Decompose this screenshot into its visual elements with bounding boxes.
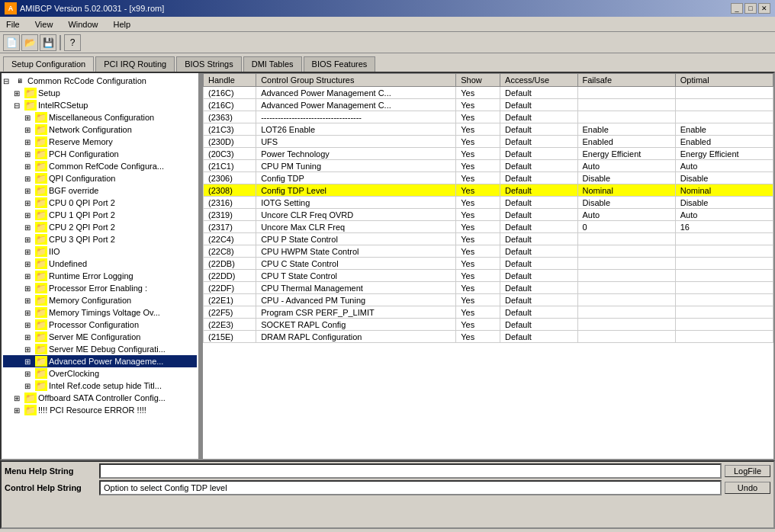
table-row[interactable]: (2308)Config TDP LevelYesDefaultNominalN… — [204, 184, 773, 197]
table-row[interactable]: (216C)Advanced Power Management C...YesD… — [204, 87, 773, 99]
tree-toggle-misc[interactable]: ⊞ — [24, 114, 35, 122]
tree-item-memory_timings[interactable]: ⊞📁Memory Timings Voltage Ov... — [3, 306, 197, 319]
open-button[interactable]: 📂 — [21, 34, 38, 51]
table-row[interactable]: (22C8)CPU HWPM State ControlYesDefault — [204, 245, 773, 258]
table-row[interactable]: (22DB)CPU C State ControlYesDefault — [204, 258, 773, 270]
tree-toggle-cpu0qpi[interactable]: ⊞ — [24, 199, 35, 207]
table-row[interactable]: (22E3)SOCKET RAPL ConfigYesDefault — [204, 319, 773, 331]
new-button[interactable]: 📄 — [3, 34, 20, 51]
close-button[interactable]: ✕ — [758, 3, 770, 14]
tree-toggle-pch[interactable]: ⊞ — [24, 150, 35, 159]
maximize-button[interactable]: □ — [744, 3, 757, 14]
table-row[interactable]: (2317)Uncore Max CLR FreqYesDefault016 — [204, 221, 773, 233]
table-row[interactable]: (22E1)CPU - Advanced PM TuningYesDefault — [204, 294, 773, 306]
table-row[interactable]: (2316)IOTG SettingYesDefaultDisableDisab… — [204, 197, 773, 209]
tree-item-bgf[interactable]: ⊞📁BGF override — [3, 184, 197, 197]
tab-pci-irq[interactable]: PCI IRQ Routing — [95, 56, 175, 72]
tree-toggle-intelrc[interactable]: ⊟ — [14, 101, 24, 110]
tree-item-server_me_debug[interactable]: ⊞📁Server ME Debug Configurati... — [3, 343, 197, 355]
tree-toggle-memory_timings[interactable]: ⊞ — [24, 309, 35, 317]
tree-toggle-reserve[interactable]: ⊞ — [24, 138, 35, 146]
tree-item-cpu1qpi[interactable]: ⊞📁CPU 1 QPI Port 2 — [3, 209, 197, 221]
tab-setup-configuration[interactable]: Setup Configuration — [3, 56, 94, 72]
folder-icon-runtime: 📁 — [35, 271, 47, 281]
tree-toggle-server_me[interactable]: ⊞ — [24, 333, 35, 341]
tree-item-advanced_power[interactable]: ⊞📁Advanced Power Manageme... — [3, 355, 197, 367]
tree-label-cpu3qpi: CPU 3 QPI Port 2 — [49, 235, 115, 244]
tree-item-intel_ref[interactable]: ⊞📁Intel Ref.code setup hide Titl... — [3, 380, 197, 392]
tree-item-reserve[interactable]: ⊞📁Reserve Memory — [3, 136, 197, 148]
tree-toggle-cpu1qpi[interactable]: ⊞ — [24, 211, 35, 220]
tree-item-misc[interactable]: ⊞📁Miscellaneous Configuration — [3, 111, 197, 123]
tree-toggle-offboard[interactable]: ⊞ — [14, 394, 24, 402]
tree-item-runtime[interactable]: ⊞📁Runtime Error Logging — [3, 270, 197, 282]
table-row[interactable]: (216C)Advanced Power Management C...YesD… — [204, 99, 773, 111]
save-button[interactable]: 💾 — [40, 34, 56, 51]
tree-toggle-server_me_debug[interactable]: ⊞ — [24, 345, 35, 354]
table-row[interactable]: (2319)Uncore CLR Freq OVRDYesDefaultAuto… — [204, 209, 773, 221]
tree-item-qpi[interactable]: ⊞📁QPI Configuration — [3, 172, 197, 184]
tree-item-network[interactable]: ⊞📁Network Configuration — [3, 123, 197, 136]
tree-item-server_me[interactable]: ⊞📁Server ME Configuration — [3, 331, 197, 343]
tab-dmi-tables[interactable]: DMI Tables — [243, 56, 302, 72]
tree-item-common[interactable]: ⊟🖥Common RcCode Configuration — [3, 75, 197, 87]
tree-toggle-qpi[interactable]: ⊞ — [24, 175, 35, 183]
table-row[interactable]: (22DD)CPU T State ControlYesDefault — [204, 270, 773, 282]
tree-item-pch[interactable]: ⊞📁PCH Configuration — [3, 148, 197, 160]
tree-toggle-advanced_power[interactable]: ⊞ — [24, 357, 35, 366]
tab-bios-strings[interactable]: BIOS Strings — [176, 56, 242, 72]
tree-item-commonref[interactable]: ⊞📁Common RefCode Configura... — [3, 160, 197, 172]
tree-toggle-memory_config[interactable]: ⊞ — [24, 296, 35, 305]
menu-help-input[interactable] — [99, 463, 722, 479]
table-row[interactable]: (230D)UFSYesDefaultEnabledEnabled — [204, 136, 773, 148]
tree-toggle-undefined[interactable]: ⊞ — [24, 260, 35, 268]
tab-bios-features[interactable]: BIOS Features — [304, 56, 376, 72]
tree-toggle-cpu3qpi[interactable]: ⊞ — [24, 236, 35, 244]
table-row[interactable]: (22F5)Program CSR PERF_P_LIMITYesDefault — [204, 306, 773, 319]
menu-window[interactable]: Window — [65, 19, 101, 30]
table-row[interactable]: (2306)Config TDPYesDefaultDisableDisable — [204, 172, 773, 184]
tree-toggle-cpu2qpi[interactable]: ⊞ — [24, 223, 35, 232]
tree-toggle-overclocking[interactable]: ⊞ — [24, 370, 35, 378]
tree-toggle-processor_err[interactable]: ⊞ — [24, 284, 35, 293]
tree-toggle-pci_error[interactable]: ⊞ — [14, 406, 24, 415]
undo-button[interactable]: Undo — [725, 482, 770, 494]
tree-item-memory_config[interactable]: ⊞📁Memory Configuration — [3, 294, 197, 306]
control-help-input[interactable] — [99, 480, 722, 495]
tree-item-offboard[interactable]: ⊞📁Offboard SATA Controller Config... — [3, 392, 197, 404]
tree-toggle-processor_config[interactable]: ⊞ — [24, 321, 35, 329]
table-row[interactable]: (2363)----------------------------------… — [204, 111, 773, 123]
tree-item-processor_config[interactable]: ⊞📁Processor Configuration — [3, 319, 197, 331]
tree-item-undefined[interactable]: ⊞📁Undefined — [3, 258, 197, 270]
minimize-button[interactable]: _ — [731, 3, 743, 14]
tree-item-pci_error[interactable]: ⊞📁!!!! PCI Resource ERROR !!!! — [3, 404, 197, 416]
logfile-button[interactable]: LogFile — [725, 465, 770, 477]
table-row[interactable]: (215E)DRAM RAPL ConfigurationYesDefault — [204, 331, 773, 343]
table-row[interactable]: (22C4)CPU P State ControlYesDefault — [204, 233, 773, 245]
tree-item-cpu2qpi[interactable]: ⊞📁CPU 2 QPI Port 2 — [3, 221, 197, 233]
menu-file[interactable]: File — [3, 19, 23, 30]
tree-toggle-network[interactable]: ⊞ — [24, 126, 35, 134]
tree-toggle-setup[interactable]: ⊞ — [14, 89, 24, 98]
tree-item-processor_err[interactable]: ⊞📁Processor Error Enabling : — [3, 282, 197, 294]
table-row[interactable]: (21C1)CPU PM TuningYesDefaultAutoAuto — [204, 160, 773, 172]
tree-item-cpu3qpi[interactable]: ⊞📁CPU 3 QPI Port 2 — [3, 233, 197, 245]
tree-toggle-iio[interactable]: ⊞ — [24, 248, 35, 256]
table-row[interactable]: (21C3)LOT26 EnableYesDefaultEnableEnable — [204, 123, 773, 136]
tree-toggle-commonref[interactable]: ⊞ — [24, 162, 35, 171]
help-button[interactable]: ? — [64, 34, 81, 51]
tree-toggle-runtime[interactable]: ⊞ — [24, 272, 35, 280]
tree-item-setup[interactable]: ⊞📁Setup — [3, 87, 197, 99]
tree-toggle-bgf[interactable]: ⊞ — [24, 187, 35, 195]
tree-item-intelrc[interactable]: ⊟📁IntelRCSetup — [3, 99, 197, 111]
tree-toggle-common[interactable]: ⊟ — [3, 77, 14, 85]
tree-toggle-intel_ref[interactable]: ⊞ — [24, 382, 35, 390]
folder-icon-processor_err: 📁 — [35, 283, 47, 293]
tree-item-overclocking[interactable]: ⊞📁OverClocking — [3, 367, 197, 380]
tree-item-iio[interactable]: ⊞📁IIO — [3, 245, 197, 258]
tree-item-cpu0qpi[interactable]: ⊞📁CPU 0 QPI Port 2 — [3, 197, 197, 209]
table-row[interactable]: (20C3)Power TechnologyYesDefaultEnergy E… — [204, 148, 773, 160]
table-row[interactable]: (22DF)CPU Thermal ManagementYesDefault — [204, 282, 773, 294]
menu-help[interactable]: Help — [111, 19, 134, 30]
menu-view[interactable]: View — [32, 19, 56, 30]
